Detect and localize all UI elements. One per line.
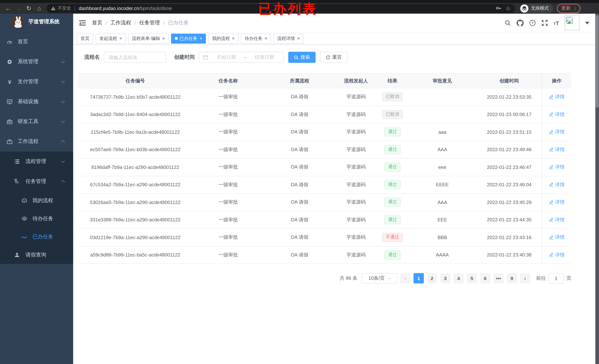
tab-done-tasks[interactable]: 已办任务× xyxy=(171,34,206,44)
fullscreen-icon[interactable] xyxy=(541,20,548,26)
yen-icon: ¥ xyxy=(7,79,13,85)
incognito-icon xyxy=(520,4,529,12)
help-icon[interactable]: ? xyxy=(529,20,536,26)
close-icon[interactable]: × xyxy=(200,36,202,41)
detail-button[interactable]: 详情 xyxy=(549,164,565,170)
sidebar-item-home[interactable]: 首页 xyxy=(0,32,73,52)
sidebar-item-infra[interactable]: 基础设施 xyxy=(0,92,73,112)
sidebar-item-todo-tasks[interactable]: 待办任务 xyxy=(0,210,73,228)
close-icon[interactable]: × xyxy=(162,36,165,41)
close-icon[interactable]: × xyxy=(232,36,235,41)
url-text[interactable]: dashboard.yudao.iocoder.cn/bpm/task/done xyxy=(79,6,172,11)
detail-button[interactable]: 详情 xyxy=(549,234,565,241)
workflow-submenu: 流程管理 任务管理 我的流程 待办任务 xyxy=(0,151,73,264)
table-row: 331e3388-7b9a-11ec-a290-acde48001122 一级审… xyxy=(78,211,571,229)
detail-button[interactable]: 详情 xyxy=(549,94,565,100)
back-icon[interactable]: ← xyxy=(3,5,13,12)
sidebar-collapse-icon[interactable] xyxy=(79,19,86,27)
process-name-input[interactable] xyxy=(104,52,166,63)
sidebar-item-devtools[interactable]: 研发工具 xyxy=(0,112,73,132)
tab-my-process[interactable]: 我的流程× xyxy=(208,34,238,44)
edit-icon xyxy=(549,95,554,99)
sidebar-item-leave-query[interactable]: 请假查询 xyxy=(0,246,73,264)
scrollbar-thumb[interactable] xyxy=(596,15,599,107)
sidebar-item-label: 任务管理 xyxy=(26,178,46,185)
page-size-select[interactable]: 10条/页 xyxy=(362,273,397,284)
security-warning[interactable]: 不安全 xyxy=(51,5,71,11)
page-button-1[interactable]: 1 xyxy=(414,273,424,284)
sidebar-item-my-process[interactable]: 我的流程 xyxy=(0,191,73,210)
col-header-action: 操作 xyxy=(542,73,571,88)
start-date-placeholder[interactable]: 开始日期 xyxy=(211,54,242,61)
avatar[interactable] xyxy=(565,16,579,30)
user-icon xyxy=(14,252,20,258)
close-icon[interactable]: × xyxy=(119,36,122,41)
incognito-badge[interactable]: 无痕模式 xyxy=(520,3,553,13)
sidebar-item-workflow[interactable]: 工作流程 xyxy=(0,132,73,151)
table-row: 3adac3d2-7b9d-11ec-8404-acde48001122 一级审… xyxy=(78,106,571,124)
navbar: 首页 / 工作流程 / 任务管理 / 已办任务 ? TT xyxy=(73,14,595,32)
tab-form-edit[interactable]: 流程表单-编辑× xyxy=(128,34,168,44)
page-button-4[interactable]: 4 xyxy=(453,273,464,284)
sidebar-item-label: 流程管理 xyxy=(26,158,46,165)
breadcrumb-task-mgmt[interactable]: 任务管理 xyxy=(139,20,160,26)
font-size-icon[interactable]: TT xyxy=(553,20,559,26)
tab-home[interactable]: 首页 xyxy=(77,34,93,44)
detail-button[interactable]: 详情 xyxy=(549,146,565,153)
search-icon[interactable] xyxy=(504,20,511,26)
sidebar-item-task-mgmt[interactable]: 任务管理 xyxy=(0,171,73,191)
end-date-placeholder[interactable]: 结束日期 xyxy=(249,54,280,61)
breadcrumb-workflow[interactable]: 工作流程 xyxy=(110,20,131,26)
browser-update-button[interactable]: 更新 ⋮ xyxy=(557,3,581,13)
omnibox-divider xyxy=(75,6,75,11)
goto-page-input[interactable] xyxy=(549,273,564,284)
forward-icon[interactable]: → xyxy=(13,5,24,12)
tab-todo-tasks[interactable]: 待办任务× xyxy=(241,34,271,44)
page-button-2[interactable]: 2 xyxy=(427,273,437,284)
total-count: 共 86 条 xyxy=(340,275,357,282)
page-ellipsis[interactable]: ••• xyxy=(493,273,504,284)
tree-icon xyxy=(14,178,20,184)
breadcrumb-home[interactable]: 首页 xyxy=(92,20,102,26)
calendar-icon xyxy=(203,55,208,60)
tab-process-detail[interactable]: 流程详情× xyxy=(273,34,303,44)
detail-button[interactable]: 详情 xyxy=(549,199,565,206)
date-range-picker[interactable]: 开始日期 - 结束日期 xyxy=(199,52,284,63)
prev-page-button[interactable]: ‹ xyxy=(400,273,411,284)
browser-menu-icon[interactable]: ⋮ xyxy=(573,6,578,11)
page-button-3[interactable]: 3 xyxy=(440,273,450,284)
reload-icon[interactable]: ↻ xyxy=(24,5,34,12)
navbar-actions: ? TT xyxy=(504,14,589,32)
detail-button[interactable]: 详情 xyxy=(549,181,565,188)
sidebar-item-label: 系统管理 xyxy=(18,58,38,65)
sidebar-item-system[interactable]: 系统管理 xyxy=(0,52,73,72)
bookmark-star-icon[interactable]: ☆ xyxy=(506,6,511,11)
breadcrumb: 首页 / 工作流程 / 任务管理 / 已办任务 xyxy=(92,20,189,26)
close-icon[interactable]: × xyxy=(264,36,267,41)
github-icon[interactable] xyxy=(516,19,523,27)
detail-button[interactable]: 详情 xyxy=(549,252,565,258)
avatar-caret-icon[interactable] xyxy=(585,22,589,24)
sidebar-item-pay[interactable]: ¥ 支付管理 xyxy=(0,72,73,92)
home-icon[interactable]: ⌂ xyxy=(34,5,44,12)
eye-icon xyxy=(21,216,27,222)
next-page-button[interactable]: › xyxy=(520,273,530,284)
gear-icon xyxy=(7,59,13,65)
status-badge: 通过 xyxy=(384,215,401,224)
page-button-5[interactable]: 5 xyxy=(467,273,477,284)
page-button-6[interactable]: 6 xyxy=(480,273,490,284)
detail-button[interactable]: 详情 xyxy=(549,217,565,223)
sidebar-item-process-mgmt[interactable]: 流程管理 xyxy=(0,151,73,171)
close-icon[interactable]: × xyxy=(297,36,300,41)
reset-button[interactable]: 重置 xyxy=(320,52,347,63)
page-button-9[interactable]: 9 xyxy=(507,273,517,284)
detail-button[interactable]: 详情 xyxy=(549,111,565,118)
sidebar-item-done-tasks[interactable]: 已办任务 xyxy=(0,228,73,246)
key-icon[interactable] xyxy=(495,5,501,12)
detail-button[interactable]: 详情 xyxy=(549,129,565,135)
browser-scrollbar[interactable] xyxy=(595,14,599,364)
edit-icon xyxy=(549,165,554,170)
url-host: dashboard.yudao.iocoder.cn xyxy=(79,6,139,11)
tab-start-process[interactable]: 发起流程× xyxy=(96,34,126,44)
search-button[interactable]: 搜索 xyxy=(288,52,316,63)
